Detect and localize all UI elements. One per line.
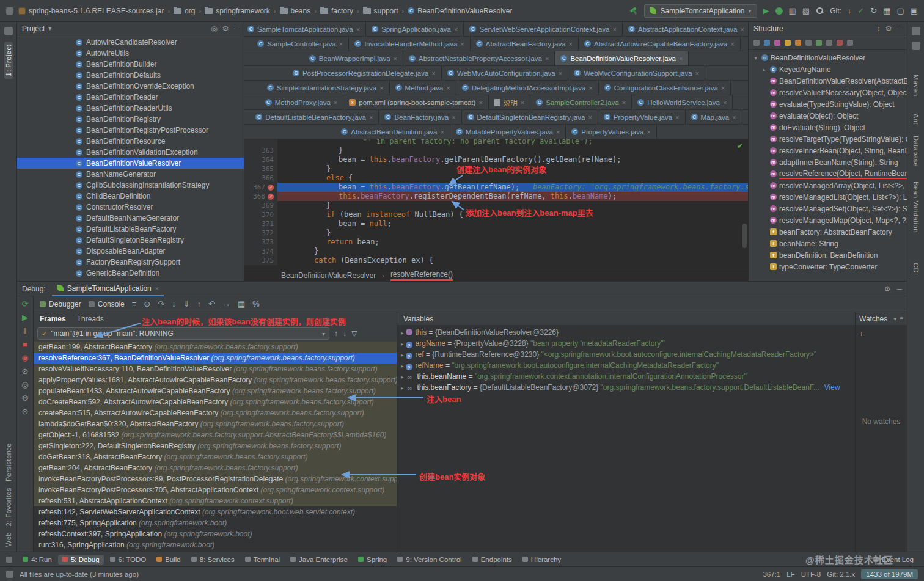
tool-window-button[interactable]: 5: Debug <box>58 555 104 565</box>
stack-frame[interactable]: getBean:199, AbstractBeanFactory (org.sp… <box>34 342 397 353</box>
expand-icon[interactable]: ▸ <box>401 385 404 391</box>
profiler-icon[interactable]: ▧ <box>802 7 810 15</box>
editor-tab[interactable]: CDefaultListableBeanFactory.java× <box>250 110 379 124</box>
structure-item[interactable]: ftypeConverter: TypeConverter <box>749 261 907 272</box>
memory-indicator[interactable]: 1433 of 1979M <box>861 569 918 579</box>
project-settings-icon[interactable]: ⚙ <box>222 24 229 33</box>
project-view-dropdown-icon[interactable]: ▾ <box>48 25 51 32</box>
tool-window-button[interactable]: Build <box>152 555 185 565</box>
debug-session-tab[interactable]: SampleTomcatApplication × <box>52 282 164 296</box>
project-tree-item[interactable]: CBeanDefinitionReaderUtils <box>17 103 244 114</box>
structure-item[interactable]: mBeanDefinitionValueResolver(AbstractBea… <box>749 75 907 87</box>
stack-frame[interactable]: refresh:142, ServletWebServerApplication… <box>34 506 397 517</box>
drop-frame-icon[interactable]: ↶ <box>208 300 215 308</box>
settings-gear-icon[interactable]: ⚙ <box>21 394 29 402</box>
view-grid-icon[interactable]: ▦ <box>238 300 245 308</box>
close-tab-icon[interactable]: × <box>647 128 650 136</box>
force-step-into-icon[interactable]: ⇓ <box>183 300 190 308</box>
line-ending[interactable]: LF <box>787 571 794 578</box>
close-tab-icon[interactable]: × <box>695 70 699 77</box>
project-tree-item[interactable]: CBeanDefinitionBuilder <box>17 59 244 70</box>
project-tree-item[interactable]: CChildBeanDefinition <box>17 191 244 202</box>
project-tree-item[interactable]: CConstructorResolver <box>17 202 244 213</box>
stack-frame[interactable]: getObject:-1, 616881582 (org.springframe… <box>34 429 397 440</box>
stack-frame[interactable]: populateBean:1433, AbstractAutowireCapab… <box>34 386 397 396</box>
project-tree-item[interactable]: CBeanDefinitionValueResolver <box>17 158 244 169</box>
close-tab-icon[interactable]: × <box>559 70 562 77</box>
project-tree-item[interactable]: CDisposableBeanAdapter <box>17 246 244 257</box>
close-tab-icon[interactable]: × <box>334 99 337 106</box>
tool-button-database[interactable]: Database <box>912 136 920 167</box>
show-properties-icon[interactable] <box>816 40 822 46</box>
tool-window-button[interactable]: Hierarchy <box>518 555 565 565</box>
show-fields-icon[interactable] <box>785 40 791 46</box>
close-tab-icon[interactable]: × <box>440 128 444 136</box>
tool-window-button[interactable]: Terminal <box>241 555 284 565</box>
stack-frame[interactable]: resolveReference:367, BeanDefinitionValu… <box>34 353 397 364</box>
project-tree-item[interactable]: CBeanNameGenerator <box>17 169 244 180</box>
breakpoint-icon[interactable]: ✓ <box>268 185 274 191</box>
project-tree-item[interactable]: CBeanDefinitionDefaults <box>17 70 244 81</box>
close-tab-icon[interactable]: × <box>740 26 744 33</box>
hide-panel-icon[interactable]: ─ <box>233 24 239 33</box>
structure-item[interactable]: mresolveManagedMap(Object, Map<?, ?>): M… <box>749 214 907 226</box>
variable-row[interactable]: ▸pref = {RuntimeBeanReference@3230} "<or… <box>397 349 855 360</box>
prev-frame-icon[interactable]: ↑ <box>334 329 338 338</box>
git-branch[interactable]: Git: 2.1.x <box>827 571 855 578</box>
close-tab-icon[interactable]: × <box>675 114 679 121</box>
editor-tab[interactable]: CAbstractApplicationContext.java× <box>623 22 748 36</box>
close-tab-icon[interactable]: × <box>679 55 683 62</box>
breadcrumb-class[interactable]: BeanDefinitionValueResolver <box>281 271 376 280</box>
structure-sort-icon[interactable]: ↕ <box>877 24 881 33</box>
project-tree-item[interactable]: CBeanDefinitionOverrideException <box>17 81 244 92</box>
stack-frame[interactable]: applyPropertyValues:1681, AbstractAutowi… <box>34 375 397 386</box>
git-update-icon[interactable]: ↓ <box>848 7 852 15</box>
editor-tab[interactable]: CWebMvcConfigurationSupport.java× <box>568 66 705 80</box>
pause-icon[interactable]: ‖ <box>23 327 26 335</box>
expand-icon[interactable]: ▸ <box>401 374 404 380</box>
expand-icon[interactable]: ▸ <box>401 341 404 347</box>
project-tree-item[interactable]: CBeanDefinitionReader <box>17 92 244 103</box>
tab-console[interactable]: Console <box>89 300 125 309</box>
editor-tab[interactable]: CSampleController.java× <box>252 37 349 51</box>
close-icon[interactable]: × <box>155 285 159 292</box>
editor-tab[interactable]: CPostProcessorRegistrationDelegate.java× <box>287 66 442 80</box>
stack-frame[interactable]: invokeBeanFactoryPostProcessors:705, Abs… <box>34 484 397 495</box>
editor-tab[interactable]: CBeanWrapperImpl.java× <box>304 51 403 65</box>
breadcrumb-item[interactable]: support <box>363 7 398 15</box>
watches-collapse-icon[interactable]: ▾ <box>893 315 897 322</box>
close-tab-icon[interactable]: × <box>622 99 626 106</box>
breadcrumb-item[interactable]: beans <box>280 7 311 15</box>
stack-frame[interactable]: doGetBean:318, AbstractBeanFactory (org.… <box>34 451 397 462</box>
project-tree-item[interactable]: CDefaultSingletonBeanRegistry <box>17 235 244 246</box>
tool-window-switcher-icon[interactable] <box>4 27 13 35</box>
tool-window-button[interactable]: 8: Services <box>187 555 239 565</box>
structure-item[interactable]: mresolveManagedSet(Object, Set<?>): Set<… <box>749 203 907 214</box>
editor-tab[interactable]: CDelegatingMethodAccessorImpl.java× <box>457 81 599 95</box>
structure-item[interactable]: mevaluate(TypedStringValue): Object <box>749 98 907 110</box>
app-menu-icon[interactable] <box>6 7 13 15</box>
coverage-icon[interactable]: ▥ <box>789 7 796 15</box>
memory-snapshot-icon[interactable]: ◎ <box>21 381 28 389</box>
stack-frame[interactable]: refresh:775, SpringApplication (org.spri… <box>34 517 397 528</box>
project-tree-item[interactable]: CAutowireCandidateResolver <box>17 37 244 48</box>
editor-tab[interactable]: CInvocableHandlerMethod.java× <box>349 37 471 51</box>
editor-tab[interactable]: CPropertyValues.java× <box>566 125 657 139</box>
stop-icon[interactable]: ■ <box>23 340 28 348</box>
close-tab-icon[interactable]: × <box>479 99 482 106</box>
build-hammer-icon[interactable] <box>629 7 638 15</box>
stack-frame[interactable]: createBean:515, AbstractAutowireCapableB… <box>34 407 397 418</box>
tool-window-button[interactable]: Spring <box>354 555 391 565</box>
mute-breakpoints-icon[interactable]: ⊘ <box>22 367 29 375</box>
watches-menu-icon[interactable]: ≡ <box>900 315 903 322</box>
editor-tab[interactable]: CConfigurationClassEnhancer.java× <box>599 81 731 95</box>
variable-row[interactable]: ▸pargName = {PropertyValue@3228} "bean p… <box>397 338 855 349</box>
structure-item[interactable]: ▾cBeanDefinitionValueResolver <box>749 52 907 64</box>
restore-layout-icon[interactable]: ▦ <box>883 7 890 15</box>
add-watch-icon[interactable]: + <box>859 329 864 338</box>
breadcrumb-item[interactable]: spring-beans-5.1.6.RELEASE-sources.jar <box>18 7 164 15</box>
tool-window-button[interactable]: 4: Run <box>18 555 56 565</box>
show-inherited-icon[interactable] <box>795 40 801 46</box>
project-tree-item[interactable]: CBeanDefinitionResource <box>17 136 244 147</box>
structure-item[interactable]: mresolveManagedList(Object, List<?>): Li… <box>749 191 907 203</box>
